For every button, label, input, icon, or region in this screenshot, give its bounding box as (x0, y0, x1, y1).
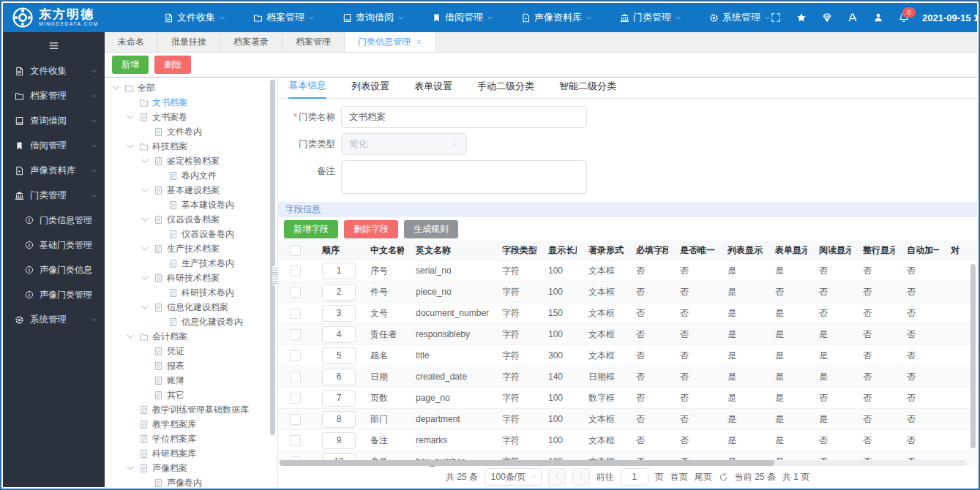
topbar-menu-7[interactable]: 系统管理 (709, 11, 771, 24)
table-row[interactable]: 5题名title字符300文本框否否是是是否否 (278, 345, 977, 366)
tree-node[interactable]: 科技档案 (105, 139, 277, 154)
topbar-menu-6[interactable]: 门类管理 (620, 11, 681, 24)
row-checkbox[interactable] (290, 350, 301, 361)
splitter-grip[interactable] (272, 266, 277, 285)
table-row[interactable]: 6日期created_date字符140日期框否否是是是否否 (278, 366, 977, 388)
tree-node[interactable]: 生产技术卷内 (105, 256, 277, 271)
order-input[interactable]: 3 (322, 305, 356, 322)
category-type-select[interactable]: 简化 (341, 133, 467, 155)
tree-caret-icon[interactable] (140, 302, 150, 312)
scrollbar-thumb[interactable] (280, 460, 774, 466)
tree-node[interactable]: 全部 (105, 80, 277, 95)
prev-page-button[interactable] (548, 468, 566, 486)
sidebar-item-5[interactable]: 声像资料库 (3, 158, 105, 183)
tree-node[interactable]: 鉴定检验档案 (105, 154, 277, 168)
tree-node[interactable]: 教学训练管理基础数据库 (105, 402, 277, 417)
add-field-button[interactable]: 新增字段 (284, 220, 338, 238)
category-name-input[interactable] (341, 106, 587, 128)
sidebar-collapse-button[interactable] (3, 32, 105, 59)
tree-node[interactable]: 仪器设备卷内 (105, 227, 277, 241)
tree-caret-icon[interactable] (125, 141, 135, 151)
order-input[interactable]: 6 (322, 369, 356, 385)
tree-node[interactable]: 生产技术档案 (105, 241, 277, 256)
font-action[interactable] (848, 12, 858, 23)
tree-node[interactable]: 科研档案库 (105, 446, 277, 461)
tree-node[interactable]: 信息化建设卷内 (105, 314, 277, 329)
tree-node[interactable]: 科研技术卷内 (105, 285, 277, 300)
tree-node[interactable]: 账簿 (105, 373, 277, 388)
detail-tab-3[interactable]: 表单设置 (414, 80, 452, 98)
tree-caret-icon[interactable] (125, 331, 135, 342)
sidebar-subitem-4[interactable]: 声像门类管理 (3, 282, 105, 307)
row-checkbox[interactable] (290, 265, 301, 276)
tree-node[interactable]: 信息化建设档案 (105, 300, 277, 314)
delete-field-button[interactable]: 删除字段 (344, 220, 398, 238)
row-checkbox[interactable] (290, 287, 301, 298)
row-checkbox[interactable] (290, 372, 301, 382)
last-page-link[interactable]: 尾页 (695, 471, 712, 483)
tree-node[interactable]: 卷内文件 (105, 168, 277, 183)
remark-textarea[interactable] (341, 160, 587, 194)
order-input[interactable]: 7 (322, 390, 356, 407)
order-input[interactable]: 4 (322, 326, 356, 343)
delete-button[interactable]: 删除 (154, 56, 191, 74)
user-action[interactable] (873, 12, 883, 23)
sidebar-item-2[interactable]: 档案管理 (3, 83, 105, 108)
tree-scrollbar[interactable] (270, 80, 275, 435)
table-row[interactable]: 8部门department字符100文本框否否是是是否否 (278, 409, 977, 430)
tree-node[interactable]: 凭证 (105, 344, 277, 358)
topbar-menu-5[interactable]: 声像资料库 (521, 11, 592, 24)
fullscreen-action[interactable] (771, 12, 781, 23)
tree-caret-icon[interactable] (140, 185, 150, 195)
tree-node[interactable]: 基本建设档案 (105, 183, 277, 197)
sidebar-item-7[interactable]: 系统管理 (3, 307, 105, 332)
detail-tab-4[interactable]: 手动二级分类 (477, 80, 534, 98)
tree-node[interactable]: 声像档案 (105, 461, 277, 475)
order-input[interactable]: 2 (322, 284, 356, 301)
order-input[interactable]: 5 (322, 347, 356, 364)
page-size-select[interactable]: 100条/页 (485, 468, 542, 486)
table-row[interactable]: 2件号piece_no字符100文本框否否是否否否否 (278, 282, 977, 303)
detail-tab-1[interactable]: 基本信息 (288, 79, 326, 99)
topbar-menu-2[interactable]: 档案管理 (253, 11, 315, 24)
tree-caret-icon[interactable] (140, 273, 150, 283)
sidebar-subitem-1[interactable]: 门类信息管理 (3, 208, 105, 233)
tree-caret-icon[interactable] (140, 156, 150, 166)
sidebar-item-4[interactable]: 借阅管理 (3, 133, 105, 158)
sidebar-item-6[interactable]: 门类管理 (3, 183, 105, 208)
topbar-menu-4[interactable]: 借阅管理 (432, 11, 493, 24)
open-tab-5[interactable]: 门类信息管理 (345, 32, 436, 52)
generate-rule-button[interactable]: 生成规则 (404, 220, 458, 238)
table-vertical-scrollbar[interactable] (970, 264, 976, 448)
table-row[interactable]: 1序号serial_no字符100文本框否否是是否否否 (278, 260, 977, 282)
tree-node[interactable]: 文书案卷 (105, 110, 277, 124)
tree-node[interactable]: 仪器设备档案 (105, 212, 277, 227)
add-button[interactable]: 新增 (112, 56, 149, 74)
tree-node[interactable]: 报表 (105, 358, 277, 373)
first-page-link[interactable]: 首页 (670, 471, 688, 483)
sidebar-subitem-3[interactable]: 声像门类信息 (3, 257, 105, 282)
topbar-menu-1[interactable]: 文件收集 (164, 11, 225, 24)
tree-node[interactable]: 会计档案 (105, 329, 277, 344)
table-row[interactable]: 7页数page_no字符100数字框否否是是否否否 (278, 388, 977, 409)
sidebar-item-1[interactable]: 文件收集 (3, 59, 105, 83)
select-all-checkbox[interactable] (290, 245, 301, 256)
sidebar-item-3[interactable]: 查询借阅 (3, 108, 105, 133)
tree-caret-icon[interactable] (125, 112, 135, 122)
open-tab-4[interactable]: 档案管理 (283, 32, 345, 52)
tree-caret-icon[interactable] (125, 463, 135, 473)
tree-node[interactable]: 科研技术档案 (105, 271, 277, 285)
row-checkbox[interactable] (290, 329, 301, 340)
goto-page-input[interactable] (621, 468, 648, 486)
open-tab-2[interactable]: 批量挂接 (158, 32, 220, 52)
star-action[interactable] (796, 12, 807, 23)
tree-node[interactable]: 基本建设卷内 (105, 197, 277, 212)
row-checkbox[interactable] (290, 435, 301, 446)
tree-node[interactable]: 声像卷内 (105, 475, 277, 487)
table-horizontal-scrollbar[interactable] (280, 460, 967, 466)
row-checkbox[interactable] (290, 393, 301, 404)
tree-node[interactable]: 文书档案 (105, 95, 277, 110)
order-input[interactable]: 8 (322, 411, 356, 428)
gem-action[interactable] (822, 12, 832, 23)
table-row[interactable]: 3文号document_number字符150文本框否否是是否否否 (278, 303, 977, 324)
